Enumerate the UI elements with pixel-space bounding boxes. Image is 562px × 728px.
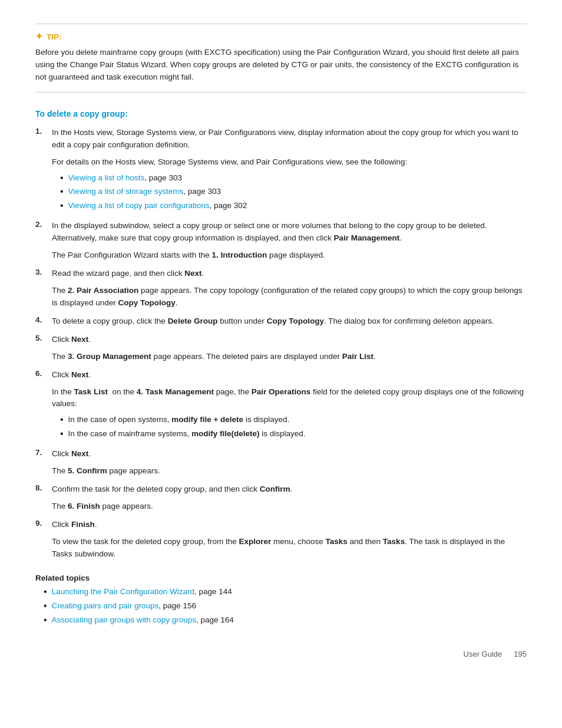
bullet-dot: • (44, 600, 47, 612)
link-associating[interactable]: Associating pair groups with copy groups (52, 615, 196, 624)
link-pair-wizard[interactable]: Launching the Pair Configuration Wizard (52, 587, 194, 596)
step-8-text: Confirm the task for the deleted copy gr… (52, 485, 292, 493)
related-item-2: • Creating pairs and pair groups, page 1… (44, 600, 527, 612)
step-9-text: Click Finish. (52, 520, 97, 529)
page-footer: User Guide 195 (35, 650, 527, 658)
step-3-content: Read the wizard page, and then click Nex… (52, 268, 527, 309)
step-6-bullets: • In the case of open systems, modify fi… (52, 414, 527, 440)
bullet-hosts-text: Viewing a list of hosts, page 303 (68, 172, 182, 185)
step-2-sub: The Pair Configuration Wizard starts wit… (52, 249, 527, 262)
step-6-sub: In the Task List on the 4. Task Manageme… (52, 386, 527, 441)
step-1-text: In the Hosts view, Storage Systems view,… (52, 128, 518, 149)
step-3-sub-para: The 2. Pair Association page appears. Th… (52, 285, 527, 309)
step-3: 3. Read the wizard page, and then click … (35, 268, 527, 309)
step-5-content: Click Next. The 3. Group Management page… (52, 334, 527, 363)
step-7-number: 7. (35, 448, 46, 477)
step-7: 7. Click Next. The 5. Confirm page appea… (35, 448, 527, 477)
related-item-2-text: Creating pairs and pair groups, page 156 (52, 600, 196, 612)
related-item-3-text: Associating pair groups with copy groups… (52, 614, 234, 627)
bullet-dot: • (60, 172, 64, 185)
step-8-number: 8. (35, 483, 46, 513)
step-5-text: Click Next. (52, 335, 91, 344)
bullet-copy-pair: • Viewing a list of copy pair configurat… (60, 200, 527, 212)
footer-text: User Guide 195 (464, 650, 527, 658)
step-6-number: 6. (35, 369, 46, 443)
bullet-dot: • (60, 414, 64, 426)
step-1-sub: For details on the Hosts view, Storage S… (52, 156, 527, 213)
tip-box: ✦ TIP: Before you delete mainframe copy … (35, 24, 527, 93)
step-1: 1. In the Hosts view, Storage Systems vi… (35, 127, 527, 215)
bullet-mainframe: • In the case of mainframe systems, modi… (60, 428, 527, 440)
step-1-sub-para: For details on the Hosts view, Storage S… (52, 156, 527, 169)
step-3-number: 3. (35, 268, 46, 309)
link-creating-pairs[interactable]: Creating pairs and pair groups (52, 601, 159, 610)
step-5-sub-para: The 3. Group Management page appears. Th… (52, 351, 527, 363)
step-2-content: In the displayed subwindow, select a cop… (52, 220, 527, 262)
bullet-dot: • (60, 186, 64, 198)
step-8-sub-para: The 6. Finish page appears. (52, 500, 527, 513)
step-7-text: Click Next. (52, 449, 91, 458)
step-4-number: 4. (35, 315, 46, 328)
step-4-content: To delete a copy group, click the Delete… (52, 315, 527, 328)
related-heading: Related topics (35, 574, 527, 582)
step-6-content: Click Next. In the Task List on the 4. T… (52, 369, 527, 443)
bullet-hosts: • Viewing a list of hosts, page 303 (60, 172, 527, 185)
step-2-number: 2. (35, 220, 46, 262)
step-2: 2. In the displayed subwindow, select a … (35, 220, 527, 262)
step-4-text: To delete a copy group, click the Delete… (52, 317, 494, 325)
bullet-storage: • Viewing a list of storage systems, pag… (60, 186, 527, 198)
step-9-sub-para: To view the task for the deleted copy gr… (52, 536, 527, 561)
step-1-content: In the Hosts view, Storage Systems view,… (52, 127, 527, 215)
footer-guide: User Guide (464, 650, 503, 658)
step-9: 9. Click Finish. To view the task for th… (35, 519, 527, 561)
step-3-text: Read the wizard page, and then click Nex… (52, 269, 204, 278)
step-7-sub-para: The 5. Confirm page appears. (52, 465, 527, 477)
bullet-open-systems: • In the case of open systems, modify fi… (60, 414, 527, 426)
bullet-dot: • (44, 586, 47, 598)
bullet-dot: • (60, 200, 64, 212)
bullet-dot: • (44, 614, 47, 627)
related-item-1: • Launching the Pair Configuration Wizar… (44, 586, 527, 598)
step-5-sub: The 3. Group Management page appears. Th… (52, 351, 527, 363)
bullet-mainframe-text: In the case of mainframe systems, modify… (68, 428, 306, 440)
step-3-sub: The 2. Pair Association page appears. Th… (52, 285, 527, 309)
step-list: 1. In the Hosts view, Storage Systems vi… (35, 127, 527, 561)
tip-icon: ✦ (35, 31, 43, 42)
footer-page: 195 (514, 650, 527, 658)
bullet-dot: • (60, 428, 64, 440)
step-8-sub: The 6. Finish page appears. (52, 500, 527, 513)
tip-body: Before you delete mainframe copy groups … (35, 47, 527, 84)
bullet-open-text: In the case of open systems, modify file… (68, 414, 290, 426)
step-6-text: Click Next. (52, 370, 91, 379)
step-1-bullets: • Viewing a list of hosts, page 303 • Vi… (52, 172, 527, 213)
tip-label: TIP: (47, 32, 62, 41)
step-5: 5. Click Next. The 3. Group Management p… (35, 334, 527, 363)
step-9-number: 9. (35, 519, 46, 561)
step-6-sub-para: In the Task List on the 4. Task Manageme… (52, 386, 527, 411)
section-heading: To delete a copy group: (35, 109, 527, 118)
tip-header: ✦ TIP: (35, 31, 527, 42)
step-2-sub-para: The Pair Configuration Wizard starts wit… (52, 249, 527, 262)
step-6: 6. Click Next. In the Task List on the 4… (35, 369, 527, 443)
related-item-1-text: Launching the Pair Configuration Wizard,… (52, 586, 232, 598)
step-2-text: In the displayed subwindow, select a cop… (52, 221, 487, 242)
step-7-content: Click Next. The 5. Confirm page appears. (52, 448, 527, 477)
step-4: 4. To delete a copy group, click the Del… (35, 315, 527, 328)
bullet-copy-pair-text: Viewing a list of copy pair configuratio… (68, 200, 247, 212)
link-copy-pair[interactable]: Viewing a list of copy pair configuratio… (68, 201, 210, 210)
step-9-content: Click Finish. To view the task for the d… (52, 519, 527, 561)
step-1-number: 1. (35, 127, 46, 215)
step-8-content: Confirm the task for the deleted copy gr… (52, 483, 527, 513)
related-section: Related topics • Launching the Pair Conf… (35, 574, 527, 627)
link-storage[interactable]: Viewing a list of storage systems (68, 187, 184, 196)
related-item-3: • Associating pair groups with copy grou… (44, 614, 527, 627)
step-9-sub: To view the task for the deleted copy gr… (52, 536, 527, 561)
step-7-sub: The 5. Confirm page appears. (52, 465, 527, 477)
related-list: • Launching the Pair Configuration Wizar… (35, 586, 527, 627)
bullet-storage-text: Viewing a list of storage systems, page … (68, 186, 221, 198)
step-8: 8. Confirm the task for the deleted copy… (35, 483, 527, 513)
link-hosts[interactable]: Viewing a list of hosts (68, 173, 145, 182)
step-5-number: 5. (35, 334, 46, 363)
